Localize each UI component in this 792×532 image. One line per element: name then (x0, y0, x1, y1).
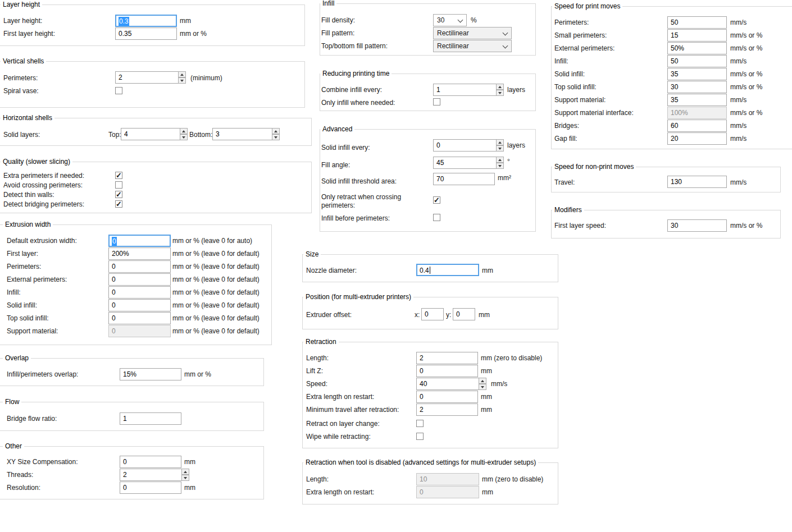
speed-support-material-input[interactable] (667, 94, 727, 106)
speed-small-perimeters-input[interactable] (667, 29, 727, 42)
nozzle-diameter-label: Nozzle diameter: (306, 267, 357, 274)
minimum-travel-label: Minimum travel after retraction: (306, 406, 399, 414)
default-extrusion-width-label: Default extrusion width: (7, 237, 77, 245)
perimeters-spinner[interactable] (178, 71, 186, 84)
rd-length-label: Length: (306, 475, 329, 483)
speed-support-interface-input (667, 107, 727, 119)
retraction-length-input[interactable] (416, 352, 478, 364)
default-extrusion-width-input[interactable]: 0 (108, 235, 171, 247)
speed-travel-title: Speed for non-print moves (552, 163, 636, 171)
spin-down-button[interactable] (181, 475, 189, 481)
bridge-flow-ratio-input[interactable] (120, 412, 181, 425)
combine-infill-input[interactable] (433, 84, 497, 96)
travel-input[interactable] (667, 176, 727, 188)
spiral-vase-checkbox[interactable] (115, 87, 122, 94)
fill-density-combobox[interactable]: 30 (433, 14, 467, 26)
spin-up-button[interactable] (496, 84, 504, 90)
speed-support-material-label: Support material: (554, 96, 606, 104)
only-infill-where-needed-checkbox[interactable] (433, 98, 440, 106)
retract-layer-change-label: Retract on layer change: (306, 420, 380, 428)
retraction-speed-spinner[interactable] (479, 378, 486, 390)
combine-infill-label: Combine infill every: (321, 86, 382, 94)
chevron-down-icon[interactable] (503, 30, 508, 36)
spin-up-button[interactable] (180, 128, 188, 134)
chevron-down-icon[interactable] (458, 17, 463, 23)
spin-down-button[interactable] (272, 134, 280, 140)
retract-layer-change-checkbox[interactable] (416, 420, 424, 427)
avoid-crossing-checkbox[interactable] (115, 181, 122, 189)
solid-infill-every-input[interactable] (433, 139, 497, 152)
top-solid-infill-ew-unit: mm or % (leave 0 for default) (172, 314, 260, 322)
other-title: Other (3, 442, 24, 450)
combine-infill-spinner[interactable] (496, 84, 504, 96)
top-bottom-fill-pattern-dropdown[interactable]: Rectilinear (433, 40, 512, 52)
spin-down-button[interactable] (496, 145, 504, 152)
extra-perimeters-checkbox[interactable] (115, 172, 122, 179)
first-layer-speed-input[interactable] (667, 219, 727, 232)
solid-infill-every-spinner[interactable] (496, 139, 504, 152)
spin-up-button[interactable] (479, 378, 486, 384)
detect-bridging-checkbox[interactable] (115, 200, 122, 208)
detect-thin-walls-checkbox[interactable] (115, 191, 122, 198)
xy-size-compensation-input[interactable] (120, 456, 181, 468)
solid-layers-top-input[interactable] (121, 128, 180, 140)
extra-length-restart-input[interactable] (416, 391, 478, 403)
infill-ew-input[interactable] (108, 286, 171, 299)
fill-angle-input[interactable] (433, 157, 497, 169)
layer-height-input[interactable]: 0.3 (115, 15, 177, 27)
first-layer-ew-input[interactable] (108, 247, 171, 260)
nozzle-diameter-value: 0.4 (420, 267, 429, 274)
spin-down-button[interactable] (479, 384, 486, 390)
extruder-offset-y-input[interactable] (453, 308, 475, 320)
perimeters-input[interactable] (115, 71, 179, 84)
minimum-travel-input[interactable] (416, 403, 478, 416)
perimeters-ew-input[interactable] (108, 260, 171, 273)
solid-layers-top-spinner[interactable] (180, 128, 188, 140)
text-caret (430, 267, 430, 274)
solid-infill-threshold-input[interactable] (433, 173, 495, 185)
spin-up-button[interactable] (181, 469, 189, 475)
spin-down-button[interactable] (496, 90, 504, 96)
speed-solid-infill-input[interactable] (667, 68, 727, 80)
speed-bridges-input[interactable] (667, 120, 727, 132)
spin-down-button[interactable] (178, 77, 186, 84)
wipe-while-retracting-checkbox[interactable] (416, 433, 424, 440)
speed-gap-fill-input[interactable] (667, 132, 727, 145)
extruder-offset-x-input[interactable] (421, 308, 444, 320)
retraction-speed-input[interactable] (416, 378, 479, 390)
spin-up-button[interactable] (496, 157, 504, 163)
perimeters-label: Perimeters: (3, 74, 38, 82)
chevron-down-icon[interactable] (503, 43, 508, 49)
xy-size-compensation-label: XY Size Compensation: (7, 458, 78, 466)
infill-before-perimeters-checkbox[interactable] (433, 214, 440, 221)
threads-input[interactable] (120, 469, 182, 481)
top-bottom-fill-pattern-label: Top/bottom fill pattern: (321, 42, 388, 50)
solid-layers-bottom-spinner[interactable] (272, 128, 280, 140)
spin-up-button[interactable] (496, 139, 504, 145)
spin-down-button[interactable] (496, 163, 504, 169)
first-layer-ew-label: First layer: (7, 250, 38, 258)
external-perimeters-ew-label: External perimeters: (7, 276, 67, 283)
first-layer-height-input[interactable] (115, 27, 177, 40)
nozzle-diameter-input[interactable]: 0.4 (416, 264, 479, 276)
solid-infill-ew-input[interactable] (108, 299, 171, 311)
resolution-input[interactable] (120, 481, 181, 494)
spin-down-button[interactable] (180, 134, 188, 140)
only-retract-crossing-checkbox[interactable] (433, 196, 440, 204)
top-solid-infill-ew-input[interactable] (108, 312, 171, 324)
speed-infill-input[interactable] (667, 55, 727, 67)
fill-pattern-dropdown[interactable]: Rectilinear (433, 27, 512, 39)
solid-layers-bottom-input[interactable] (212, 128, 272, 140)
spin-up-button[interactable] (178, 71, 186, 77)
spin-up-button[interactable] (272, 128, 280, 134)
speed-top-solid-infill-input[interactable] (667, 81, 727, 93)
speed-infill-label: Infill: (554, 57, 568, 65)
speed-perimeters-input[interactable] (667, 16, 727, 29)
speed-external-perimeters-input[interactable] (667, 42, 727, 54)
fill-angle-spinner[interactable] (496, 157, 504, 169)
lift-z-input[interactable] (416, 365, 478, 377)
infill-perimeters-overlap-input[interactable] (120, 368, 181, 380)
external-perimeters-ew-input[interactable] (108, 273, 171, 286)
threads-spinner[interactable] (181, 469, 189, 481)
retraction-length-unit: mm (zero to disable) (481, 354, 542, 362)
